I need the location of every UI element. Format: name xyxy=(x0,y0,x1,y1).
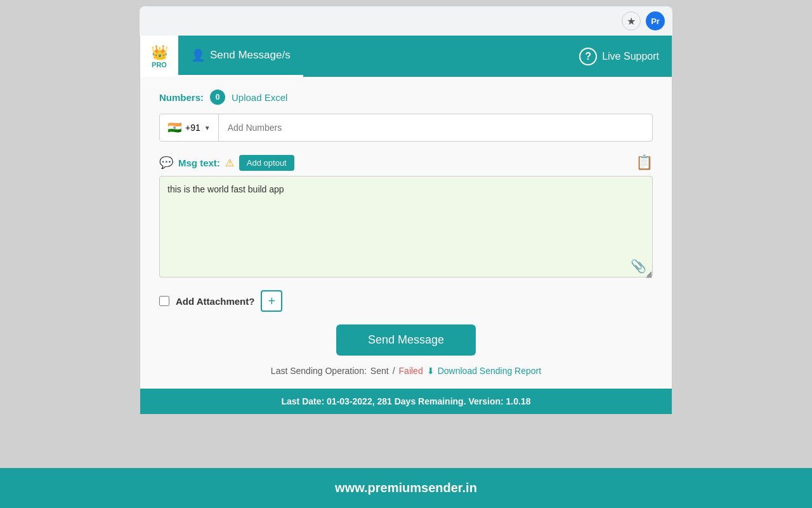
message-textarea[interactable] xyxy=(159,176,653,277)
person-icon: 👤 xyxy=(191,48,205,62)
speech-bubble-icon: 💬 xyxy=(159,156,173,170)
msg-text-label: Msg text: xyxy=(178,157,220,168)
add-attachment-button[interactable]: + xyxy=(261,290,282,312)
dropdown-arrow-icon: ▼ xyxy=(204,124,211,131)
download-label: Download Sending Report xyxy=(438,366,541,376)
browser-chrome: ★ Pr xyxy=(140,6,672,36)
sent-status: Sent xyxy=(370,366,389,376)
country-select[interactable]: 🇮🇳 +91 ▼ xyxy=(160,114,219,141)
attachment-label: Add Attachment? xyxy=(176,296,254,307)
failed-status: Failed xyxy=(399,366,423,376)
download-icon: ⬇ xyxy=(427,366,435,376)
last-sending-operation-label: Last Sending Operation: xyxy=(271,366,367,376)
phone-number-input[interactable] xyxy=(219,116,652,139)
warning-icon: ⚠ xyxy=(225,157,234,169)
india-flag-icon: 🇮🇳 xyxy=(167,121,181,135)
help-circle-icon: ? xyxy=(579,48,597,65)
msg-label-left: 💬 Msg text: ⚠ Add optout xyxy=(159,155,294,171)
app-content: Numbers: 0 Upload Excel 🇮🇳 +91 ▼ 💬 Msg t… xyxy=(140,77,672,389)
website-url: www.premiumsender.in xyxy=(335,481,477,495)
attachment-row: Add Attachment? + xyxy=(159,290,653,312)
website-footer: www.premiumsender.in xyxy=(0,468,812,508)
app-footer: Last Date: 01-03-2022, 281 Days Remainin… xyxy=(140,389,672,414)
download-sending-report-link[interactable]: ⬇ Download Sending Report xyxy=(427,366,541,376)
msg-label-row: 💬 Msg text: ⚠ Add optout 📋 xyxy=(159,154,653,171)
numbers-label: Numbers: xyxy=(159,92,204,103)
phone-input-row: 🇮🇳 +91 ▼ xyxy=(159,114,653,142)
textarea-wrapper: 📎 ◢ xyxy=(159,176,653,280)
bookmark-icon[interactable]: ★ xyxy=(622,11,641,30)
header-left: 👑 PRO 👤 Send Message/s xyxy=(140,36,303,77)
crown-icon: 👑 xyxy=(151,44,168,61)
send-message-button[interactable]: Send Message xyxy=(336,324,476,356)
add-attachment-checkbox[interactable] xyxy=(159,296,169,306)
pro-badge: 👑 PRO xyxy=(140,36,178,77)
send-messages-tab[interactable]: 👤 Send Message/s xyxy=(178,36,303,77)
upload-excel-link[interactable]: Upload Excel xyxy=(232,92,287,103)
send-button-row: Send Message xyxy=(159,324,653,356)
live-support-label: Live Support xyxy=(602,51,659,62)
live-support-button[interactable]: ? Live Support xyxy=(579,48,672,65)
status-row: Last Sending Operation: Sent / Failed ⬇ … xyxy=(159,366,653,376)
status-separator: / xyxy=(393,366,395,376)
plus-icon: + xyxy=(268,294,276,309)
add-optout-button[interactable]: Add optout xyxy=(239,155,294,171)
app-header: 👑 PRO 👤 Send Message/s ? Live Support xyxy=(140,36,672,77)
user-avatar[interactable]: Pr xyxy=(646,11,665,30)
footer-text: Last Date: 01-03-2022, 281 Days Remainin… xyxy=(282,396,531,406)
pro-label: PRO xyxy=(152,61,167,69)
insert-media-icon[interactable]: 📎 xyxy=(631,258,646,274)
nav-tab-label: Send Message/s xyxy=(210,49,291,62)
country-code: +91 xyxy=(185,123,200,133)
resize-handle: ◢ xyxy=(646,270,652,279)
copy-icon[interactable]: 📋 xyxy=(636,154,653,171)
app-window: 👑 PRO 👤 Send Message/s ? Live Support Nu… xyxy=(140,36,672,415)
numbers-row: Numbers: 0 Upload Excel xyxy=(159,90,653,105)
numbers-count-badge: 0 xyxy=(210,90,225,105)
